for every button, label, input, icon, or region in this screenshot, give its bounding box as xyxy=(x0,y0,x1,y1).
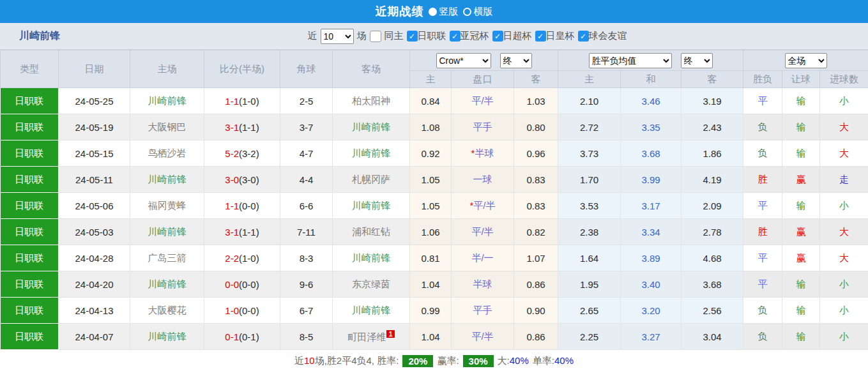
vertical-label[interactable]: 竖版 xyxy=(439,6,459,18)
away-team-cell[interactable]: 浦和红钻 xyxy=(333,219,410,245)
sub-header-odds-draw: 和 xyxy=(621,71,681,88)
league-filter-acl[interactable]: 亚冠杯 xyxy=(450,30,489,42)
home-team-cell[interactable]: 川崎前锋 xyxy=(130,88,204,114)
sub-header-handicap: 盘口 xyxy=(452,71,514,88)
odds-away-cell: 2.56 xyxy=(681,298,743,324)
league-cell: 日职联 xyxy=(1,167,59,193)
away-team-cell[interactable]: 川崎前锋 xyxy=(333,245,410,271)
match-count-select[interactable]: 10 xyxy=(321,29,354,44)
league-filter-emperor-cup[interactable]: 日皇杯 xyxy=(535,30,575,42)
table-row: 日职联 24-05-25 川崎前锋 1-1(1-0) 2-5 柏太阳神 0.84… xyxy=(1,88,868,114)
scope-select[interactable]: 全场 xyxy=(785,53,827,68)
table-row: 日职联 24-04-20 川崎前锋 0-0(0-0) 9-6 东京绿茵 1.04… xyxy=(1,271,868,298)
goals-result-cell: 大 xyxy=(820,114,868,140)
league-label[interactable]: 日超杯 xyxy=(503,30,532,42)
odds-away-cell: 2.43 xyxy=(681,114,743,140)
odds-state-select[interactable]: 终 xyxy=(681,53,713,68)
checked-checkbox-icon[interactable] xyxy=(407,31,418,42)
filter-controls: 近 10 场 同主 日职联 亚冠杯 日超杯 日皇杯 xyxy=(308,29,627,44)
team-name: 川崎前锋 xyxy=(19,29,60,43)
winloss-cell: 负 xyxy=(743,140,782,167)
away-team-cell[interactable]: 札幌冈萨 xyxy=(333,167,410,193)
winloss-cell: 平 xyxy=(743,88,782,114)
odds-home-cell: 2.10 xyxy=(558,88,621,114)
league-label[interactable]: 日职联 xyxy=(418,30,446,42)
radio-unselected-icon[interactable] xyxy=(463,8,471,16)
goals-result-cell: 大 xyxy=(820,219,868,245)
away-team-cell[interactable]: 川崎前锋 xyxy=(333,114,410,140)
radio-selected-icon[interactable] xyxy=(429,8,437,16)
handicap-result-cell: 赢 xyxy=(782,167,820,193)
league-filter-friendly[interactable]: 球会友谊 xyxy=(578,30,627,42)
layout-option-horizontal[interactable]: 横版 xyxy=(463,6,493,18)
layout-option-vertical[interactable]: 竖版 xyxy=(429,6,459,18)
home-team-cell[interactable]: 大阪樱花 xyxy=(130,298,204,324)
league-cell: 日职联 xyxy=(1,245,59,271)
away-team-cell[interactable]: 东京绿茵 xyxy=(333,271,410,298)
checked-checkbox-icon[interactable] xyxy=(450,31,461,42)
league-cell: 日职联 xyxy=(1,114,59,140)
home-team-cell[interactable]: 川崎前锋 xyxy=(130,324,204,350)
bookmaker-select[interactable]: Crow* xyxy=(436,53,491,68)
corner-cell: 3-7 xyxy=(280,114,333,140)
league-filter-japan-j1[interactable]: 日职联 xyxy=(407,30,446,42)
checked-checkbox-icon[interactable] xyxy=(535,31,546,42)
winloss-cell: 胜 xyxy=(743,167,782,193)
table-row: 日职联 24-05-15 鸟栖沙岩 5-2(3-2) 4-7 川崎前锋 0.92… xyxy=(1,140,868,167)
crow-home-odds-cell: 1.05 xyxy=(410,167,452,193)
winloss-cell: 平 xyxy=(743,193,782,219)
checked-checkbox-icon[interactable] xyxy=(492,31,503,42)
odds-type-select[interactable]: 胜平负均值 xyxy=(589,53,672,68)
handicap-cell: 平手 xyxy=(452,298,514,324)
results-table: 类型 日期 主场 比分(半场) 角球 客场 Crow* 终 胜平负均值 终 xyxy=(0,50,868,350)
sub-header-odds-home: 主 xyxy=(558,71,621,88)
odds-away-cell: 3.04 xyxy=(681,324,743,350)
away-team-cell[interactable]: 町田泽维1 xyxy=(333,324,410,350)
corner-cell: 2-5 xyxy=(280,88,333,114)
crow-home-odds-cell: 1.05 xyxy=(410,193,452,219)
same-home-label: 同主 xyxy=(385,30,404,42)
checked-checkbox-icon[interactable] xyxy=(578,31,589,42)
home-team-cell[interactable]: 鸟栖沙岩 xyxy=(130,140,204,167)
same-home-checkbox[interactable] xyxy=(370,31,381,42)
away-team-cell[interactable]: 柏太阳神 xyxy=(333,88,410,114)
home-team-cell[interactable]: 福冈黄蜂 xyxy=(130,193,204,219)
table-row: 日职联 24-05-06 福冈黄蜂 1-1(0-0) 6-6 川崎前锋 1.05… xyxy=(1,193,868,219)
handicap-cell: 平/半 xyxy=(452,219,514,245)
odds-away-cell: 4.19 xyxy=(681,167,743,193)
page-title: 近期战绩 xyxy=(376,4,424,19)
league-label[interactable]: 亚冠杯 xyxy=(461,30,489,42)
home-team-cell[interactable]: 川崎前锋 xyxy=(130,271,204,298)
away-team-cell[interactable]: 川崎前锋 xyxy=(333,298,410,324)
league-label[interactable]: 日皇杯 xyxy=(546,30,575,42)
home-team-cell[interactable]: 川崎前锋 xyxy=(130,219,204,245)
bookmaker-state-select[interactable]: 终 xyxy=(500,53,532,68)
home-team-cell[interactable]: 大阪钢巴 xyxy=(130,114,204,140)
handicap-result-cell: 赢 xyxy=(782,245,820,271)
odds-draw-cell: 3.35 xyxy=(621,114,681,140)
score-cell: 0-1(0-1) xyxy=(204,324,280,350)
corner-cell: 8-3 xyxy=(280,245,333,271)
goals-result-cell: 走 xyxy=(820,167,868,193)
odds-home-cell: 2.65 xyxy=(558,298,621,324)
odds-away-cell: 2.78 xyxy=(681,219,743,245)
league-label[interactable]: 球会友谊 xyxy=(589,30,627,42)
sub-header-handicap-result: 让球 xyxy=(782,71,820,88)
horizontal-label[interactable]: 横版 xyxy=(474,6,493,18)
table-row: 日职联 24-04-07 川崎前锋 0-1(0-1) 8-5 町田泽维1 1.0… xyxy=(1,324,868,350)
winloss-cell: 平 xyxy=(743,245,782,271)
corner-cell: 7-11 xyxy=(280,219,333,245)
away-team-cell[interactable]: 川崎前锋 xyxy=(333,193,410,219)
col-header-date: 日期 xyxy=(59,50,130,88)
away-team-cell[interactable]: 川崎前锋 xyxy=(333,140,410,167)
odds-draw-cell: 3.20 xyxy=(621,298,681,324)
league-filter-super-cup[interactable]: 日超杯 xyxy=(492,30,532,42)
win-rate-badge: 20% xyxy=(402,355,433,367)
goals-result-cell: 小 xyxy=(820,298,868,324)
recent-label: 近 xyxy=(308,30,317,42)
odds-draw-cell: 3.34 xyxy=(621,219,681,245)
sub-header-odds-away: 客 xyxy=(681,71,743,88)
home-team-cell[interactable]: 川崎前锋 xyxy=(130,167,204,193)
home-team-cell[interactable]: 广岛三箭 xyxy=(130,245,204,271)
crow-away-odds-cell: 0.83 xyxy=(514,167,558,193)
